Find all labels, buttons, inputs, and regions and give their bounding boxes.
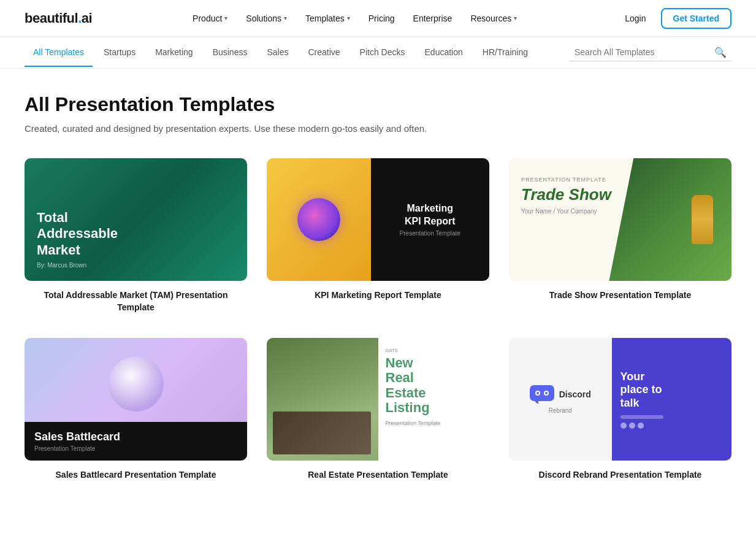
tab-sales[interactable]: Sales: [258, 39, 297, 67]
template-thumb-realestate: DATE NewRealEstateListing Presentation T…: [267, 338, 489, 461]
template-thumb-tam: TotalAddressableMarket By: Marcus Brown: [25, 158, 247, 281]
template-card-realestate[interactable]: DATE NewRealEstateListing Presentation T…: [267, 338, 489, 481]
tradeshow-title: Trade Show: [521, 185, 611, 204]
discord-rebrand-label: Rebrand: [549, 407, 572, 414]
nav-item-resources[interactable]: Resources ▾: [463, 10, 524, 27]
tab-startups[interactable]: Startups: [95, 39, 144, 67]
template-grid: TotalAddressableMarket By: Marcus Brown …: [25, 158, 731, 481]
nav-item-solutions[interactable]: Solutions ▾: [239, 10, 294, 27]
nav-item-pricing[interactable]: Pricing: [361, 10, 402, 27]
svg-point-3: [536, 392, 539, 394]
tradeshow-name: Your Name / Your Company: [521, 208, 611, 215]
main-content: All Presentation Templates Created, cura…: [0, 69, 756, 518]
template-title-tradeshow: Trade Show Presentation Template: [509, 289, 731, 302]
svg-point-4: [545, 392, 548, 394]
header: beautiful.ai Product ▾ Solutions ▾ Templ…: [0, 0, 756, 37]
realestate-title: NewRealEstateListing: [386, 356, 483, 415]
svg-marker-5: [535, 401, 538, 404]
tab-pitch-decks[interactable]: Pitch Decks: [351, 39, 414, 67]
nav-item-enterprise[interactable]: Enterprise: [406, 10, 460, 27]
discord-right-bar: [620, 415, 663, 419]
nav-item-templates[interactable]: Templates ▾: [298, 10, 357, 27]
template-thumb-tradeshow: PRESENTATION TEMPLATE Trade Show Your Na…: [509, 158, 731, 281]
thumb-tam-author: By: Marcus Brown: [37, 262, 118, 269]
tradeshow-bottle: [692, 195, 713, 244]
get-started-button[interactable]: Get Started: [661, 8, 731, 29]
realestate-date: DATE: [386, 348, 483, 353]
sub-nav: All Templates Startups Marketing Busines…: [0, 37, 756, 69]
salesbc-orb: [109, 356, 164, 411]
template-title-kpi: KPI Marketing Report Template: [267, 289, 489, 302]
page-subtitle: Created, curated and designed by present…: [25, 123, 731, 134]
discord-icon: [530, 385, 554, 404]
logo[interactable]: beautiful.ai: [25, 10, 92, 26]
template-thumb-discord: Discord Rebrand Yourplace totalk: [509, 338, 731, 461]
discord-right-title: Yourplace totalk: [620, 370, 662, 410]
nav-label-solutions: Solutions: [246, 13, 281, 23]
template-title-discord: Discord Rebrand Presentation Template: [509, 469, 731, 481]
nav-label-pricing: Pricing: [368, 13, 395, 23]
nav-right: Login Get Started: [617, 8, 731, 29]
realestate-sub: Presentation Template: [386, 420, 483, 426]
tab-creative[interactable]: Creative: [299, 39, 348, 67]
salesbc-sub: Presentation Template: [34, 445, 237, 452]
realestate-photo: [267, 338, 389, 461]
search-input[interactable]: [575, 47, 709, 57]
template-category-tabs: All Templates Startups Marketing Busines…: [25, 39, 536, 67]
nav-label-enterprise: Enterprise: [413, 13, 452, 23]
kpi-orb: [297, 198, 340, 241]
tab-all-templates[interactable]: All Templates: [25, 39, 93, 67]
thumb-tam-title: TotalAddressableMarket: [37, 210, 118, 258]
tradeshow-small: PRESENTATION TEMPLATE: [521, 177, 611, 183]
template-card-discord[interactable]: Discord Rebrand Yourplace totalk: [509, 338, 731, 481]
template-card-salesbc[interactable]: Sales Battlecard Presentation Template S…: [25, 338, 247, 481]
template-thumb-kpi: MarketingKPI Report Presentation Templat…: [267, 158, 489, 281]
kpi-text: MarketingKPI Report: [400, 202, 460, 228]
template-card-kpi[interactable]: MarketingKPI Report Presentation Templat…: [267, 158, 489, 313]
chevron-down-icon: ▾: [224, 15, 227, 21]
svg-rect-0: [530, 385, 554, 401]
search-icon[interactable]: 🔍: [714, 47, 727, 58]
discord-name-text: Discord: [559, 389, 591, 399]
template-card-tradeshow[interactable]: PRESENTATION TEMPLATE Trade Show Your Na…: [509, 158, 731, 313]
tab-hr-training[interactable]: HR/Training: [474, 39, 536, 67]
tab-education[interactable]: Education: [416, 39, 472, 67]
template-title-realestate: Real Estate Presentation Template: [267, 469, 489, 481]
salesbc-title: Sales Battlecard: [34, 431, 237, 443]
page-title: All Presentation Templates: [25, 93, 731, 116]
chevron-down-icon: ▾: [347, 15, 350, 21]
nav-label-templates: Templates: [305, 13, 345, 23]
template-title-tam: Total Addressable Market (TAM) Presentat…: [25, 289, 247, 313]
main-nav: Product ▾ Solutions ▾ Templates ▾ Pricin…: [185, 10, 524, 27]
chevron-down-icon: ▾: [284, 15, 287, 21]
tab-business[interactable]: Business: [204, 39, 256, 67]
nav-label-product: Product: [193, 13, 222, 23]
tab-marketing[interactable]: Marketing: [147, 39, 201, 67]
login-button[interactable]: Login: [617, 10, 653, 27]
nav-label-resources: Resources: [470, 13, 511, 23]
discord-logo: Discord: [530, 385, 591, 404]
template-card-tam[interactable]: TotalAddressableMarket By: Marcus Brown …: [25, 158, 247, 313]
template-title-salesbc: Sales Battlecard Presentation Template: [25, 469, 247, 481]
kpi-sub: Presentation Template: [400, 230, 460, 237]
chevron-down-icon: ▾: [514, 15, 517, 21]
template-thumb-salesbc: Sales Battlecard Presentation Template: [25, 338, 247, 461]
search-container[interactable]: 🔍: [570, 44, 731, 61]
realestate-house: [273, 411, 371, 454]
nav-item-product[interactable]: Product ▾: [185, 10, 235, 27]
